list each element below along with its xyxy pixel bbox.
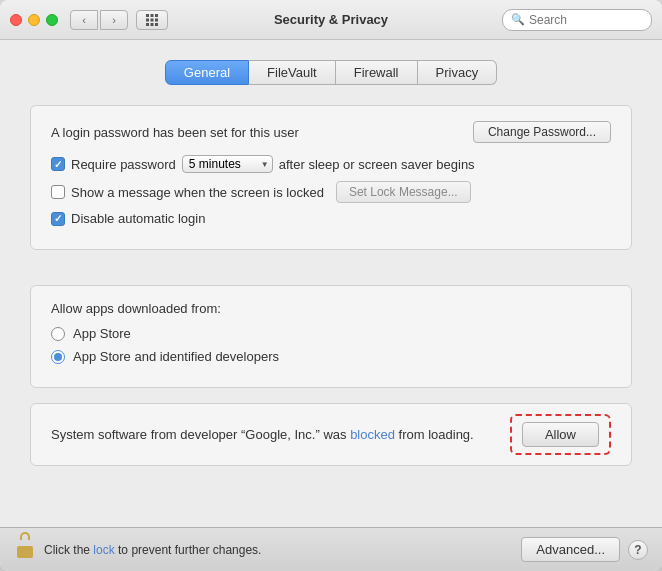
- nav-buttons: ‹ ›: [70, 10, 128, 30]
- show-message-row: Show a message when the screen is locked…: [51, 181, 611, 203]
- lock-text-suffix: to prevent further changes.: [115, 543, 262, 557]
- svg-rect-4: [151, 18, 154, 21]
- svg-rect-6: [146, 23, 149, 26]
- svg-rect-7: [151, 23, 154, 26]
- lock-area: Click the lock to prevent further change…: [14, 537, 261, 563]
- tab-filevault[interactable]: FileVault: [249, 60, 336, 85]
- app-store-identified-radio[interactable]: [51, 350, 65, 364]
- tab-firewall[interactable]: Firewall: [336, 60, 418, 85]
- allow-button-wrapper: Allow: [510, 414, 611, 455]
- login-text: A login password has been set for this u…: [51, 125, 299, 140]
- app-store-radio-label: App Store: [73, 326, 131, 341]
- advanced-button[interactable]: Advanced...: [521, 537, 620, 562]
- search-input[interactable]: [529, 13, 643, 27]
- tabs: General FileVault Firewall Privacy: [30, 60, 632, 85]
- grid-button[interactable]: [136, 10, 168, 30]
- traffic-lights: [10, 14, 58, 26]
- app-store-radio-row: App Store: [51, 326, 611, 341]
- lock-shackle: [20, 532, 30, 540]
- set-lock-message-button[interactable]: Set Lock Message...: [336, 181, 471, 203]
- blocked-suffix: from loading.: [395, 427, 474, 442]
- show-message-label: Show a message when the screen is locked: [71, 185, 324, 200]
- svg-rect-3: [146, 18, 149, 21]
- password-time-select-wrapper: 5 minutes immediately 1 minute 15 minute…: [182, 155, 273, 173]
- disable-login-checkbox[interactable]: [51, 212, 65, 226]
- svg-rect-8: [155, 23, 158, 26]
- app-store-identified-radio-label: App Store and identified developers: [73, 349, 279, 364]
- require-password-checkbox[interactable]: [51, 157, 65, 171]
- app-store-radio[interactable]: [51, 327, 65, 341]
- app-store-identified-radio-row: App Store and identified developers: [51, 349, 611, 364]
- help-button[interactable]: ?: [628, 540, 648, 560]
- back-button[interactable]: ‹: [70, 10, 98, 30]
- login-password-section: A login password has been set for this u…: [30, 105, 632, 250]
- tab-general[interactable]: General: [165, 60, 249, 85]
- window: ‹ › Security & Privacy 🔍 Gener: [0, 0, 662, 571]
- allow-button[interactable]: Allow: [522, 422, 599, 447]
- search-box[interactable]: 🔍: [502, 9, 652, 31]
- search-icon: 🔍: [511, 13, 525, 26]
- bottom-right: Advanced... ?: [521, 537, 648, 562]
- password-time-select[interactable]: 5 minutes immediately 1 minute 15 minute…: [182, 155, 273, 173]
- section-top: A login password has been set for this u…: [51, 121, 611, 143]
- lock-icon[interactable]: [14, 537, 36, 563]
- svg-rect-1: [151, 14, 154, 17]
- lock-text-blue[interactable]: lock: [93, 543, 114, 557]
- spacer: [30, 265, 632, 285]
- disable-login-row: Disable automatic login: [51, 211, 611, 226]
- require-password-suffix: after sleep or screen saver begins: [279, 157, 475, 172]
- lock-text-prefix: Click the: [44, 543, 93, 557]
- blocked-prefix: System software from developer “Google, …: [51, 427, 350, 442]
- require-password-row: Require password 5 minutes immediately 1…: [51, 155, 611, 173]
- svg-rect-2: [155, 14, 158, 17]
- forward-button[interactable]: ›: [100, 10, 128, 30]
- bottom-bar: Click the lock to prevent further change…: [0, 527, 662, 571]
- svg-rect-5: [155, 18, 158, 21]
- content: General FileVault Firewall Privacy A log…: [0, 40, 662, 527]
- tab-privacy[interactable]: Privacy: [418, 60, 498, 85]
- allow-apps-section: Allow apps downloaded from: App Store Ap…: [30, 285, 632, 388]
- close-button[interactable]: [10, 14, 22, 26]
- blocked-blue: blocked: [350, 427, 395, 442]
- show-message-checkbox[interactable]: [51, 185, 65, 199]
- change-password-button[interactable]: Change Password...: [473, 121, 611, 143]
- titlebar: ‹ › Security & Privacy 🔍: [0, 0, 662, 40]
- lock-text: Click the lock to prevent further change…: [44, 543, 261, 557]
- svg-rect-0: [146, 14, 149, 17]
- allow-apps-title: Allow apps downloaded from:: [51, 301, 611, 316]
- disable-login-label: Disable automatic login: [71, 211, 205, 226]
- window-title: Security & Privacy: [274, 12, 388, 27]
- blocked-software-section: System software from developer “Google, …: [30, 403, 632, 466]
- lock-body: [17, 546, 33, 558]
- maximize-button[interactable]: [46, 14, 58, 26]
- minimize-button[interactable]: [28, 14, 40, 26]
- require-password-label: Require password: [71, 157, 176, 172]
- blocked-text: System software from developer “Google, …: [51, 425, 490, 445]
